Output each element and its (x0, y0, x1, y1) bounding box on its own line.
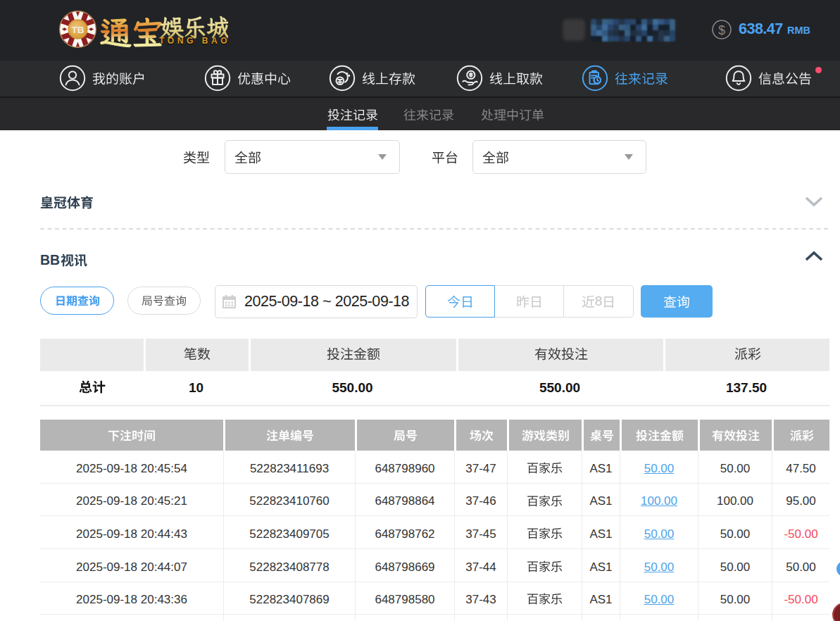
svg-text:$: $ (718, 23, 725, 37)
svg-text:TB: TB (72, 25, 84, 35)
